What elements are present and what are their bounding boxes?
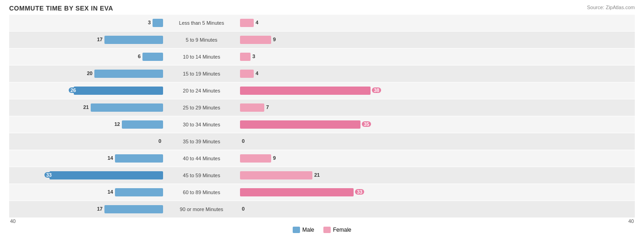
- female-section: 4: [238, 15, 635, 31]
- female-section: 33: [238, 184, 635, 201]
- female-bar: [240, 87, 371, 95]
- male-value-label: 6: [138, 54, 141, 59]
- male-value-label: 33: [44, 172, 54, 178]
- male-value-label: 12: [115, 121, 120, 127]
- female-bar: [240, 70, 254, 78]
- female-bar: [240, 53, 251, 61]
- male-section: 14: [9, 150, 165, 167]
- male-section: 0: [9, 133, 165, 150]
- male-bar: [104, 205, 163, 213]
- female-bar: [240, 188, 354, 196]
- male-value-label: 17: [97, 206, 103, 212]
- category-label: 45 to 59 Minutes: [165, 173, 238, 178]
- male-section: 3: [9, 15, 165, 31]
- male-value-label: 17: [97, 37, 103, 42]
- male-bar: [104, 36, 163, 44]
- male-section: 26: [9, 82, 165, 99]
- female-section: 9: [238, 32, 635, 48]
- female-value-label: 4: [256, 20, 258, 25]
- bar-row: 1440 to 44 Minutes9: [9, 150, 635, 167]
- male-bar: [142, 53, 163, 61]
- male-section: 17: [9, 32, 165, 48]
- female-value-label: 35: [362, 121, 371, 127]
- female-bar: [240, 103, 264, 112]
- female-value-label: 3: [252, 54, 255, 59]
- female-section: 35: [238, 116, 635, 133]
- category-label: 5 to 9 Minutes: [165, 37, 238, 43]
- female-bar: [240, 171, 312, 179]
- bar-row: 035 to 39 Minutes0: [9, 133, 635, 150]
- bar-row: 3Less than 5 Minutes4: [9, 15, 635, 31]
- bar-row: 1230 to 34 Minutes35: [9, 116, 635, 133]
- male-bar: [153, 19, 163, 27]
- female-value-label: 0: [242, 138, 245, 144]
- category-label: 10 to 14 Minutes: [165, 54, 238, 60]
- chart-area: 3Less than 5 Minutes4175 to 9 Minutes961…: [9, 15, 635, 217]
- male-section: 12: [9, 116, 165, 133]
- female-bar: [240, 154, 271, 163]
- category-label: 90 or more Minutes: [165, 206, 238, 212]
- female-section: 0: [238, 133, 635, 150]
- legend-male: Male: [293, 227, 314, 233]
- male-bar: [122, 120, 163, 129]
- female-section: 3: [238, 49, 635, 65]
- male-section: 6: [9, 49, 165, 65]
- bar-row: 1460 to 89 Minutes33: [9, 184, 635, 201]
- category-label: Less than 5 Minutes: [165, 20, 238, 26]
- legend-male-color: [293, 227, 300, 233]
- male-section: 17: [9, 201, 165, 217]
- female-value-label: 9: [273, 37, 276, 42]
- female-bar: [240, 36, 271, 44]
- male-value-label: 20: [87, 71, 93, 76]
- female-value-label: 0: [242, 206, 245, 212]
- male-value-label: 14: [108, 189, 113, 195]
- category-label: 20 to 24 Minutes: [165, 88, 238, 93]
- category-label: 35 to 39 Minutes: [165, 139, 238, 144]
- bar-row: 2125 to 29 Minutes7: [9, 99, 635, 116]
- female-value-label: 9: [273, 155, 276, 161]
- male-bar: [94, 70, 163, 78]
- male-value-label: 0: [158, 138, 161, 144]
- category-label: 15 to 19 Minutes: [165, 71, 238, 76]
- male-bar: [115, 154, 163, 163]
- female-section: 38: [238, 82, 635, 99]
- category-label: 25 to 29 Minutes: [165, 105, 238, 110]
- female-section: 0: [238, 201, 635, 217]
- bar-row: 3345 to 59 Minutes21: [9, 167, 635, 184]
- male-section: 33: [9, 167, 165, 184]
- female-section: 9: [238, 150, 635, 167]
- bar-row: 175 to 9 Minutes9: [9, 32, 635, 48]
- female-value-label: 7: [266, 104, 269, 110]
- male-bar: [74, 87, 163, 95]
- category-label: 30 to 34 Minutes: [165, 122, 238, 127]
- axis-left: 40: [10, 218, 16, 224]
- legend-male-label: Male: [302, 227, 314, 233]
- female-value-label: 38: [372, 87, 381, 93]
- male-value-label: 26: [69, 87, 78, 93]
- bar-row: 2620 to 24 Minutes38: [9, 82, 635, 99]
- male-section: 14: [9, 184, 165, 201]
- male-section: 21: [9, 99, 165, 116]
- legend: Male Female: [9, 227, 635, 233]
- axis-right: 40: [628, 218, 634, 224]
- category-label: 60 to 89 Minutes: [165, 190, 238, 195]
- female-section: 7: [238, 99, 635, 116]
- axis-labels: 40 40: [9, 218, 635, 224]
- bar-row: 1790 or more Minutes0: [9, 201, 635, 217]
- female-bar: [240, 19, 254, 27]
- female-value-label: 33: [355, 189, 364, 195]
- legend-female-label: Female: [333, 227, 351, 233]
- male-bar: [49, 171, 163, 179]
- male-bar: [91, 103, 163, 112]
- legend-female-color: [323, 227, 331, 233]
- female-value-label: 4: [256, 71, 258, 76]
- chart-container: COMMUTE TIME BY SEX IN EVA Source: ZipAt…: [0, 0, 644, 239]
- male-value-label: 3: [148, 20, 151, 25]
- male-section: 20: [9, 65, 165, 82]
- male-value-label: 14: [108, 155, 113, 161]
- category-label: 40 to 44 Minutes: [165, 156, 238, 161]
- bar-row: 2015 to 19 Minutes4: [9, 65, 635, 82]
- female-value-label: 21: [314, 172, 320, 178]
- chart-title: COMMUTE TIME BY SEX IN EVA: [9, 5, 635, 12]
- female-section: 4: [238, 65, 635, 82]
